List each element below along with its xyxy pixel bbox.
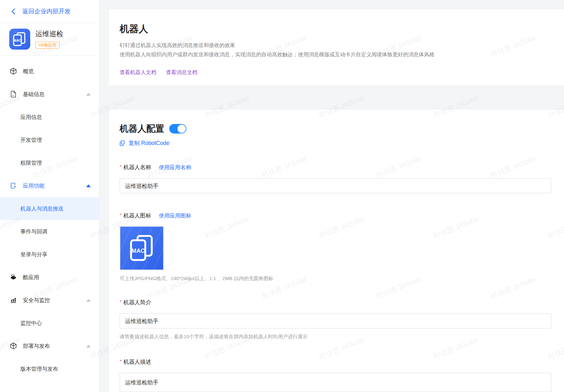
app-logo: MAC [9,29,30,50]
sidebar-item-events-callbacks[interactable]: 事件与回调 [0,220,99,243]
sidebar-item-label: 监控中心 [20,320,42,327]
sidebar-item-label: 部署与发布 [23,342,50,350]
sidebar-item-basic-info[interactable]: 基础信息 [0,83,99,106]
sidebar-item-login-share[interactable]: 登录与分享 [0,243,99,266]
cube-icon [10,342,17,350]
cube-icon [10,67,17,75]
robot-icon-label: 机器人图标 [123,212,151,219]
copy-robotcode-button[interactable]: 复制 RobotCode [120,139,551,147]
app-summary: MAC 运维巡检 H5微应用 [0,23,99,56]
intro-description-line2: 使用机器人向组织内用户或群内发送和接收消息，实现消息的自动高效触达；使用消息模版… [120,50,551,59]
robot-doc-link[interactable]: 查看机器人文档 [120,69,157,76]
robot-config-card: 机器人配置 复制 RobotCode * 机器人名称 使用应用名称 * 机器人图… [109,110,564,392]
sidebar-item-robot-message-push[interactable]: 机器人与消息推送 [0,197,99,220]
chevron-up-icon[interactable] [86,345,91,347]
sidebar-item-app-info[interactable]: 应用信息 [0,106,99,128]
sidebar-item-label: 登录与分享 [20,251,47,258]
robot-config-toggle[interactable] [169,124,186,134]
cool-app-icon [10,273,17,281]
brief-hint: 请简要描述机器人信息，最多10个字符，该描述将在群内添加机器人时向用户进行展示 [120,333,551,340]
page-title: 机器人 [120,24,551,34]
back-to-internal-dev-link[interactable]: 返回企业内部开发 [0,0,99,23]
required-asterisk: * [120,212,122,219]
sidebar-item-overview[interactable]: 概览 [0,60,99,83]
sidebar-item-label: 事件与回调 [20,228,47,235]
sidebar-item-label: 应用信息 [20,113,42,121]
icon-upload-hint: 可上传JPG/PNG格式、240*240px以上、1:1 、2MB 以内的无圆角… [120,275,551,282]
sidebar-item-label: 酷应用 [23,274,39,281]
back-link-label: 返回企业内部开发 [22,7,71,16]
toggle-knob [178,125,186,133]
robot-icon-text: MAC [131,247,145,254]
robot-brief-field: * 机器人简介 请简要描述机器人信息，最多10个字符，该描述将在群内添加机器人时… [120,299,551,340]
sidebar-item-version-release[interactable]: 版本管理与发布 [0,357,99,380]
sidebar-item-dev-management[interactable]: 开发管理 [0,128,99,151]
robot-description-input[interactable] [120,373,551,392]
chevron-left-icon [11,8,16,15]
sidebar: 返回企业内部开发 MAC 运维巡检 H5微应用 概览 基础信息 [0,0,99,392]
copy-robotcode-label: 复制 RobotCode [129,139,169,147]
sidebar-item-permission-management[interactable]: 权限管理 [0,151,99,174]
robot-icon-image: MAC [120,227,163,270]
sidebar-item-label: 概览 [23,68,34,75]
intro-description-line1: 钉钉通过机器人实现高效的消息推送和接收的效果 [120,41,551,50]
use-app-icon-link[interactable]: 使用应用图标 [159,212,191,219]
copy-icon [120,140,126,146]
message-doc-link[interactable]: 查看消息文档 [166,69,198,76]
sidebar-item-label: 应用功能 [23,182,45,189]
robot-icon-field: * 机器人图标 使用应用图标 MAC 可上传JPG/PNG格式、240*240p… [120,212,551,282]
sidebar-item-cool-app[interactable]: 酷应用 [0,266,99,289]
document-icon [10,90,17,98]
sidebar-item-deploy-release[interactable]: 部署与发布 [0,334,99,357]
robot-name-label: 机器人名称 [123,163,151,171]
required-asterisk: * [120,359,122,365]
robot-intro-card: 机器人 钉钉通过机器人实现高效的消息推送和接收的效果 使用机器人向组织内用户或群… [109,10,564,85]
sidebar-item-security-monitoring[interactable]: 安全与监控 [0,289,99,312]
app-feature-icon [10,182,17,189]
sidebar-item-label: 基础信息 [23,91,45,98]
bar-chart-icon [10,296,17,304]
chevron-up-icon[interactable] [86,93,91,96]
robot-brief-input[interactable] [120,313,551,328]
sidebar-item-app-features[interactable]: 应用功能 [0,174,99,197]
required-asterisk: * [120,299,122,306]
required-asterisk: * [120,164,122,170]
sidebar-item-label: 开发管理 [20,136,42,144]
robot-name-input[interactable] [120,178,551,193]
app-type-badge: H5微应用 [35,42,59,49]
sidebar-item-monitoring-center[interactable]: 监控中心 [0,312,99,334]
robot-brief-label: 机器人简介 [123,299,151,306]
sidebar-item-label: 权限管理 [20,159,42,167]
robot-description-field: * 机器人描述 [120,358,551,392]
chevron-up-icon[interactable] [86,299,91,302]
sidebar-item-label: 版本管理与发布 [20,365,58,373]
chevron-up-icon[interactable] [86,184,91,187]
main-content: 机器人 钉钉通过机器人实现高效的消息推送和接收的效果 使用机器人向组织内用户或群… [99,0,564,392]
sidebar-item-label: 安全与监控 [23,297,50,304]
robot-description-label: 机器人描述 [123,358,151,366]
app-name: 运维巡检 [35,29,63,39]
robot-name-field: * 机器人名称 使用应用名称 [120,163,551,193]
app-logo-text: MAC [14,38,21,42]
sidebar-item-label: 机器人与消息推送 [20,205,64,212]
robot-config-title: 机器人配置 [120,123,164,134]
use-app-name-link[interactable]: 使用应用名称 [159,164,191,171]
robot-icon-upload[interactable]: MAC [120,226,164,270]
sidebar-nav: 概览 基础信息 应用信息 开发管理 权限管理 应用功能 机器人与消息推送 [0,56,99,380]
